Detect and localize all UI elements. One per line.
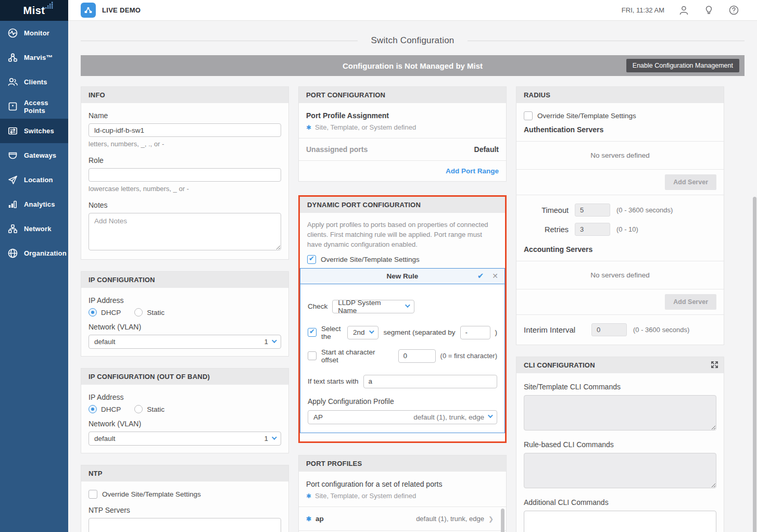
radius-override-checkbox[interactable]: Override Site/Template Settings [524,111,716,120]
analytics-icon [7,199,18,210]
site-template-cli-field[interactable] [524,395,716,430]
dynamic-override-checkbox[interactable]: Override Site/Template Settings [307,255,498,264]
sidebar-item-label: Organization [24,249,67,257]
add-port-range-link[interactable]: Add Port Range [446,167,499,175]
segment-number-select[interactable]: 2nd [347,326,379,339]
mist-logo[interactable]: Mist [0,0,68,21]
add-accounting-server-button[interactable]: Add Server [665,294,716,310]
page-title-row: Switch Configuration [81,35,745,46]
name-field[interactable] [89,123,281,137]
sidebar-item-analytics[interactable]: Analytics [0,192,68,217]
cancel-rule-icon[interactable] [492,272,498,280]
expand-icon[interactable] [711,361,718,369]
radius-override-label: Override Site/Template Settings [537,112,636,120]
apply-profile-value: AP [313,413,323,421]
close-paren-label: ) [495,328,498,336]
radius-header: RADIUS [516,87,724,103]
port-profiles-description: Port configuration for a set of related … [306,480,499,488]
sidebar-item-organization[interactable]: Organization [0,241,68,265]
starts-with-label: If text starts with [308,377,359,385]
port-profile-row-default[interactable]: default default (1), access [299,530,506,532]
network-vlan-label: Network (VLAN) [89,323,281,331]
offset-field[interactable] [398,349,436,363]
segment-suffix-label: segment (separated by [383,328,455,336]
bulb-icon[interactable] [703,5,714,16]
page-title: Switch Configuration [371,35,455,46]
port-configuration-card: PORT CONFIGURATION Port Profile Assignme… [298,86,507,182]
window-scrollbar[interactable] [753,197,756,532]
add-auth-server-button[interactable]: Add Server [665,174,716,190]
sidebar-item-gateways[interactable]: Gateways [0,143,68,168]
port-profile-name: ap [316,515,324,523]
sidebar-item-label: Monitor [24,29,49,37]
organization-icon [7,248,18,259]
oob-static-radio[interactable]: Static [134,405,165,413]
port-profiles-scrollbar[interactable] [501,509,504,532]
port-profile-detail: default (1), trunk, edge [416,515,484,523]
check-type-select[interactable]: LLDP System Name [332,300,414,313]
oob-network-vlan-select[interactable]: default 1 [89,432,281,446]
name-label: Name [89,111,281,120]
sidebar-item-label: Switches [24,127,54,135]
defined-hint-text: Site, Template, or System defined [315,492,416,500]
chevron-down-icon [488,413,493,418]
cli-configuration-card: CLI CONFIGURATION Site/Template CLI Comm… [516,357,724,532]
offset-checkbox[interactable]: Start at character offset [308,348,394,364]
monitor-icon [7,28,18,39]
interim-interval-label: Interim Interval [524,325,585,334]
apply-profile-label: Apply Configuration Profile [308,397,497,406]
sidebar-item-switches[interactable]: Switches [0,119,68,143]
starts-with-field[interactable] [363,375,497,388]
role-field[interactable] [89,168,281,182]
accounting-servers-empty: No servers defined [516,261,724,289]
ntp-servers-field[interactable] [89,518,281,532]
static-radio-label: Static [147,309,165,316]
clock-text: FRI, 11:32 AM [622,6,664,14]
apply-profile-select[interactable]: AP default (1), trunk, edge [308,410,497,424]
port-profile-row-ap[interactable]: ap default (1), trunk, edge [299,506,506,530]
additional-cli-field[interactable] [524,511,716,532]
new-rule-panel: New Rule Check LLDP Syst [300,268,505,433]
select-segment-checkbox[interactable]: Select the [308,325,343,340]
ntp-header: NTP [81,465,288,482]
notes-field[interactable] [89,213,281,250]
additional-cli-label: Additional CLI Commands [524,498,716,506]
org-selector[interactable]: LIVE DEMO [68,3,141,18]
confirm-rule-icon[interactable] [477,271,484,281]
dynamic-override-label: Override Site/Template Settings [321,256,420,263]
ntp-override-checkbox[interactable]: Override Site/Template Settings [89,490,281,499]
user-icon[interactable] [678,5,689,16]
sidebar-item-label: Access Points [24,99,68,115]
help-icon[interactable] [728,5,739,16]
rule-based-cli-field[interactable] [524,453,716,488]
oob-network-vlan-label: Network (VLAN) [89,420,281,428]
oob-vlan-id-value: 1 [264,435,268,442]
oob-dhcp-radio[interactable]: DHCP [89,405,121,413]
chevron-down-icon [369,328,374,334]
sidebar-item-monitor[interactable]: Monitor [0,21,68,45]
network-vlan-select[interactable]: default 1 [89,335,281,349]
port-configuration-header: PORT CONFIGURATION [299,87,506,103]
sidebar-item-clients[interactable]: Clients [0,70,68,94]
gateways-icon [7,150,18,161]
dhcp-radio[interactable]: DHCP [89,308,121,316]
port-profiles-list: ap default (1), trunk, edge default defa… [299,506,506,532]
port-profile-assignment-title: Port Profile Assignment [306,111,499,120]
interim-interval-field[interactable] [591,323,627,336]
unassigned-ports-row[interactable]: Unassigned ports Default [299,138,506,160]
mist-logo-dots-icon [43,2,56,9]
check-type-value: LLDP System Name [338,299,400,314]
static-radio[interactable]: Static [134,308,165,316]
timeout-field[interactable] [575,204,610,217]
sidebar-item-location[interactable]: Location [0,168,68,192]
unassigned-ports-label: Unassigned ports [306,145,368,154]
retries-field[interactable] [575,223,610,236]
enable-config-management-button[interactable]: Enable Configuration Management [626,59,739,72]
asterisk-icon [306,492,311,500]
sidebar-item-network[interactable]: Network [0,217,68,241]
chevron-down-icon [405,302,410,308]
separator-field[interactable] [460,326,490,339]
sidebar-item-marvis[interactable]: Marvis™ [0,45,68,70]
network-vlan-value: default [94,338,116,346]
sidebar-item-access-points[interactable]: Access Points [0,94,68,119]
